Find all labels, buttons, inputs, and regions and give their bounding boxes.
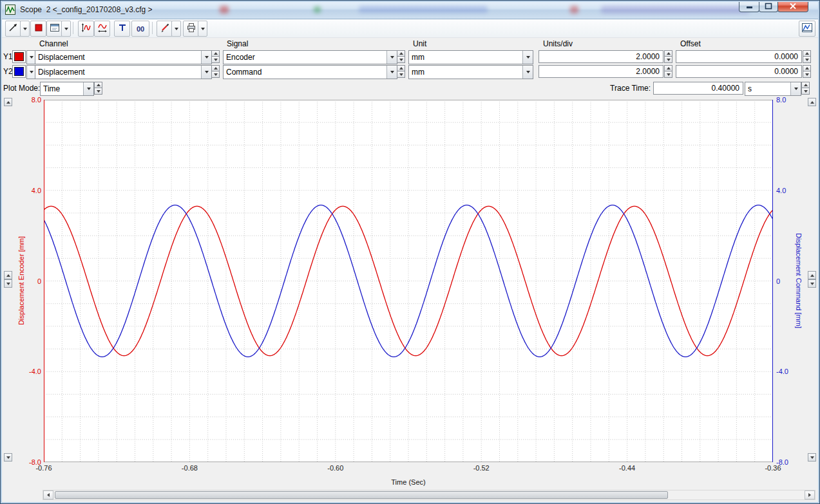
titlebar[interactable]: Scope 2 <_config_20170208_v3.cfg > xyxy=(1,1,819,19)
y-tick-label-left: 8.0 xyxy=(12,96,41,104)
glass-reflection xyxy=(359,6,488,13)
x-tick-label: -0.60 xyxy=(327,464,343,472)
chart-layer: Displacement Encoder [mm] Displacement C… xyxy=(0,0,820,504)
y-tick-label-left: -4.0 xyxy=(12,368,41,375)
glass-reflection xyxy=(314,6,321,13)
x-tick-label: -0.52 xyxy=(473,464,490,472)
maximize-button[interactable] xyxy=(759,0,778,12)
h-scrollbar-right-arrow[interactable] xyxy=(805,490,815,499)
app-icon[interactable] xyxy=(5,5,15,15)
y2-axis-scroll-down-button[interactable] xyxy=(808,453,816,462)
minimize-button[interactable] xyxy=(739,0,759,12)
h-scrollbar-thumb[interactable] xyxy=(55,491,668,499)
series-line-encoder xyxy=(44,206,773,355)
plot-area[interactable] xyxy=(44,100,773,462)
y2-axis-scroll-mid-down-button[interactable] xyxy=(808,279,816,288)
x-tick-label: -0.68 xyxy=(182,464,198,472)
x-axis-label: Time (Sec) xyxy=(391,478,425,486)
plot-canvas xyxy=(44,100,773,462)
h-scrollbar-left-arrow[interactable] xyxy=(43,490,53,499)
window-title: Scope 2 <_config_20170208_v3.cfg > xyxy=(20,5,153,14)
scope-window: { "window": { "title": "Scope 2 <_config… xyxy=(0,0,820,504)
y-tick-label-right: 8.0 xyxy=(776,96,806,104)
y-tick-label-right: 4.0 xyxy=(776,187,806,194)
glass-reflection xyxy=(601,6,749,14)
glass-reflection xyxy=(570,6,578,14)
y-tick-label-right: 0 xyxy=(776,277,806,285)
y-tick-label-left: 4.0 xyxy=(12,187,41,194)
y2-axis-scroll-up-button[interactable] xyxy=(808,98,816,106)
x-tick-label: -0.44 xyxy=(619,464,635,472)
close-button[interactable] xyxy=(777,0,808,12)
h-scrollbar-track[interactable] xyxy=(43,490,815,500)
y2-axis-scroll-mid-up-button[interactable] xyxy=(808,271,816,279)
y-tick-label-left: 0 xyxy=(12,277,41,285)
y-tick-label-right: -4.0 xyxy=(776,368,806,375)
glass-reflection xyxy=(220,6,229,14)
y-tick-label-right: -8.0 xyxy=(776,458,806,466)
y-tick-label-left: -8.0 xyxy=(12,458,41,466)
